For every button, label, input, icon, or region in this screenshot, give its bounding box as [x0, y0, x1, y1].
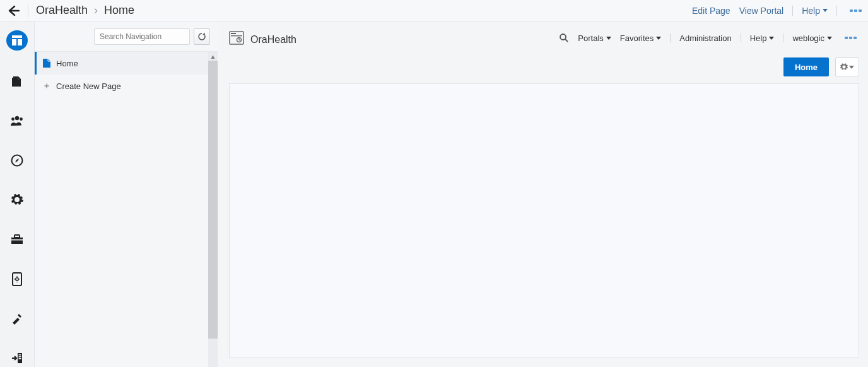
nav-scrollbar[interactable]: ▲ [208, 52, 218, 367]
rail-assets-icon[interactable] [8, 72, 26, 90]
chevron-down-icon [827, 37, 832, 40]
icon-rail [0, 21, 35, 367]
rail-settings-icon[interactable] [8, 191, 26, 209]
rail-pages-icon[interactable] [6, 30, 28, 51]
svg-rect-15 [19, 358, 21, 359]
svg-rect-0 [12, 35, 22, 38]
more-actions-icon[interactable] [845, 37, 857, 39]
main-header: OraHealth Portals Favorites Administrati… [218, 21, 868, 54]
svg-rect-1 [12, 39, 16, 45]
back-button[interactable] [6, 4, 20, 18]
edit-page-link[interactable]: Edit Page [692, 6, 730, 16]
svg-point-3 [15, 116, 19, 120]
breadcrumb-root[interactable]: OraHealth [36, 4, 88, 17]
navigation-panel: Home ＋ Create New Page ▲ [35, 21, 218, 367]
svg-point-20 [560, 34, 566, 40]
nav-refresh-button[interactable] [194, 28, 210, 45]
divider [670, 33, 671, 42]
chevron-down-icon [606, 37, 611, 40]
administration-link[interactable]: Administration [679, 33, 731, 43]
help-menu[interactable]: Help [802, 6, 828, 16]
page-canvas[interactable] [229, 83, 859, 358]
svg-rect-9 [11, 239, 23, 241]
search-icon[interactable] [559, 33, 569, 43]
nav-search-input[interactable] [94, 28, 190, 45]
top-links: Edit Page View Portal Help [692, 6, 862, 16]
breadcrumb-current: Home [104, 4, 134, 17]
help-menu-main[interactable]: Help [750, 33, 775, 43]
view-portal-link[interactable]: View Portal [739, 6, 784, 16]
scroll-up-icon[interactable]: ▲ [208, 52, 218, 61]
nav-item-label: Home [56, 59, 78, 68]
rail-compass-icon[interactable] [8, 152, 26, 170]
svg-rect-18 [231, 35, 242, 36]
chevron-down-icon [849, 66, 854, 69]
user-menu[interactable]: weblogic [792, 33, 832, 43]
svg-rect-13 [19, 354, 21, 356]
favorites-menu[interactable]: Favorites [620, 33, 661, 43]
svg-point-4 [11, 117, 15, 121]
nav-create-label: Create New Page [56, 81, 121, 91]
portal-icon [229, 30, 244, 45]
scroll-thumb[interactable] [208, 61, 218, 339]
nav-item-home[interactable]: Home [35, 52, 218, 75]
chevron-down-icon [769, 37, 774, 40]
main-area: OraHealth Portals Favorites Administrati… [218, 21, 868, 367]
nav-search-row [35, 21, 218, 52]
page-options-button[interactable] [835, 57, 859, 76]
chevron-down-icon [656, 37, 661, 40]
svg-point-11 [16, 277, 18, 280]
more-actions-icon[interactable] [850, 9, 862, 12]
svg-rect-2 [18, 39, 22, 45]
breadcrumb: OraHealth › Home [36, 4, 134, 17]
nav-create-page[interactable]: ＋ Create New Page [35, 75, 218, 97]
portal-title: OraHealth [250, 34, 296, 45]
help-label: Help [802, 6, 820, 16]
plus-icon: ＋ [42, 80, 51, 92]
main-nav: Portals Favorites Administration Help we… [559, 33, 857, 43]
action-row: Home [218, 54, 868, 80]
rail-device-icon[interactable] [8, 270, 26, 288]
portals-menu[interactable]: Portals [578, 33, 611, 43]
divider [792, 6, 793, 16]
nav-tree: Home ＋ Create New Page ▲ [35, 52, 218, 367]
rail-deploy-icon[interactable] [8, 349, 26, 367]
gear-icon [840, 63, 848, 71]
svg-rect-7 [11, 238, 23, 244]
svg-rect-8 [15, 235, 20, 238]
topbar: OraHealth › Home Edit Page View Portal H… [0, 0, 868, 21]
svg-rect-14 [19, 356, 21, 358]
rail-members-icon[interactable] [8, 112, 26, 130]
rail-build-icon[interactable] [8, 310, 26, 328]
home-button[interactable]: Home [783, 57, 829, 76]
divider [783, 33, 783, 42]
breadcrumb-separator: › [94, 4, 98, 17]
divider [28, 4, 28, 17]
chevron-down-icon [823, 9, 828, 12]
svg-rect-17 [231, 33, 236, 34]
divider [836, 6, 837, 16]
rail-toolbox-icon[interactable] [8, 231, 26, 249]
svg-point-5 [20, 117, 23, 121]
divider [741, 33, 741, 42]
page-icon [42, 58, 51, 68]
